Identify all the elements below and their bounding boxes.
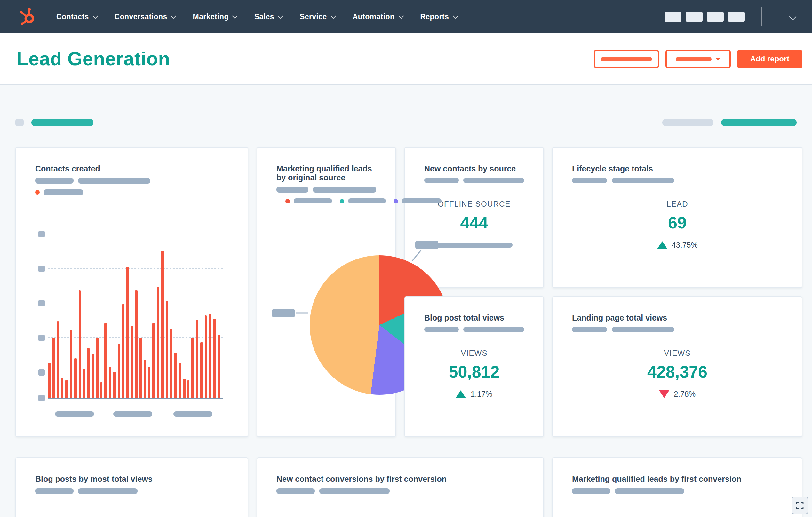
legend-placeholder [294, 198, 332, 203]
card-title: Blog post total views [424, 314, 524, 322]
subtitle-placeholder [612, 327, 674, 332]
card-mql-by-first-conversion: Marketing qualified leads by first conve… [552, 458, 803, 517]
page-title: Lead Generation [17, 48, 170, 70]
legend-placeholder [348, 198, 386, 203]
legend-item [340, 198, 386, 203]
bar [192, 338, 194, 398]
nav-item-contacts[interactable]: Contacts [56, 13, 97, 21]
caret-down-icon [715, 57, 721, 60]
metric-value: 428,376 [572, 364, 783, 380]
card-title: Contacts created [35, 165, 228, 173]
delta-value: 2.78% [674, 389, 696, 398]
card-title: Landing page total views [572, 314, 783, 322]
subtitle-placeholder-row [572, 327, 783, 332]
delta-value: 43.75% [671, 240, 697, 249]
x-axis-label-placeholder [173, 411, 212, 417]
nav-item-label: Service [300, 13, 327, 21]
button-label-placeholder [601, 57, 652, 61]
bar [83, 369, 85, 398]
nav-item-conversations[interactable]: Conversations [115, 13, 176, 21]
x-axis-label-placeholder [55, 411, 94, 417]
account-chevron-down-icon[interactable] [789, 13, 796, 21]
subtitle-placeholder [424, 178, 459, 183]
legend-placeholder-row [35, 178, 228, 184]
chevron-down-icon [232, 13, 238, 19]
legend-row [35, 190, 228, 195]
nav-utilities [660, 7, 802, 26]
top-navigation: Contacts Conversations Marketing Sales S… [0, 0, 812, 33]
legend-item [35, 190, 83, 195]
bar [218, 335, 220, 398]
delta-value: 1.17% [471, 389, 492, 398]
card-blog-posts-by-most-total-views: Blog posts by most total views [16, 458, 248, 517]
delta-down-icon [659, 390, 669, 398]
nav-icon-placeholder[interactable] [665, 11, 682, 22]
subtitle-placeholder [572, 327, 607, 332]
subtitle-placeholder-row [424, 178, 524, 183]
metric-footer: 2.78% [572, 390, 783, 398]
nav-icon-placeholder[interactable] [728, 11, 745, 22]
subtitle-placeholder [463, 178, 524, 183]
legend-placeholder [277, 187, 309, 193]
subtitle-placeholder [35, 488, 74, 494]
legend-placeholder-row [277, 187, 376, 193]
legend-item [285, 198, 332, 203]
legend-placeholder [313, 187, 376, 193]
card-contacts-created: Contacts created [16, 147, 248, 437]
bar [183, 379, 185, 398]
subtitle-placeholder [572, 488, 610, 494]
nav-divider [761, 7, 762, 26]
card-lifecycle-stage-totals: Lifecycle stage totals LEAD 69 43.75% [552, 147, 803, 288]
report-grid-top: Contacts created [16, 147, 796, 437]
dashboard-scope-filter[interactable] [662, 119, 796, 126]
header-actions: Add report [594, 50, 803, 68]
bar [170, 329, 172, 398]
metric-label: VIEWS [424, 349, 524, 358]
legend-dot-icon [340, 199, 344, 203]
nav-item-label: Automation [353, 13, 395, 21]
nav-item-sales[interactable]: Sales [254, 13, 283, 21]
legend-placeholder [44, 190, 83, 195]
legend-row [285, 198, 376, 203]
screen-capture-icon[interactable] [791, 496, 808, 514]
add-report-button[interactable]: Add report [737, 50, 803, 68]
delta-up-icon [456, 390, 466, 398]
card-title: Blog posts by most total views [35, 475, 228, 484]
card-title: Lifecycle stage totals [572, 165, 783, 173]
bar [100, 382, 103, 398]
legend-placeholder [78, 178, 150, 184]
dashboard-name-filter[interactable] [16, 119, 93, 126]
card-title: New contacts by source [424, 165, 524, 173]
bar [53, 338, 55, 398]
dashboard-actions-dropdown[interactable] [665, 50, 731, 68]
subtitle-placeholder-row [35, 488, 228, 494]
bar [174, 352, 177, 398]
filter-label-placeholder [662, 119, 714, 126]
bar [204, 315, 207, 398]
bar [91, 354, 94, 398]
bar [213, 319, 216, 398]
y-axis-label-placeholder [38, 369, 45, 376]
nav-item-reports[interactable]: Reports [420, 13, 457, 21]
nav-item-marketing[interactable]: Marketing [193, 13, 237, 21]
dashboard-content: Contacts created [0, 119, 812, 517]
subtitle-placeholder [424, 327, 459, 332]
y-axis-label-placeholder [38, 395, 45, 401]
metric-value: 50,812 [424, 364, 524, 380]
nav-item-label: Marketing [193, 13, 229, 21]
metric-body: LEAD 69 43.75% [572, 200, 783, 249]
metric-footer: 1.17% [424, 390, 524, 398]
hubspot-logo-icon[interactable] [17, 6, 38, 28]
nav-item-service[interactable]: Service [300, 13, 335, 21]
card-landing-page-total-views: Landing page total views VIEWS 428,376 2… [552, 296, 803, 437]
pie-callout-placeholder [415, 240, 438, 249]
nav-icon-placeholder[interactable] [707, 11, 724, 22]
bar [87, 348, 90, 398]
nav-item-automation[interactable]: Automation [353, 13, 403, 21]
bar [157, 287, 159, 398]
bar [109, 367, 111, 398]
nav-icon-placeholder[interactable] [686, 11, 703, 22]
card-blog-post-total-views: Blog post total views VIEWS 50,812 1.17% [404, 296, 544, 437]
dashboard-filter-button[interactable] [594, 50, 659, 68]
legend-dot-icon [394, 199, 398, 203]
